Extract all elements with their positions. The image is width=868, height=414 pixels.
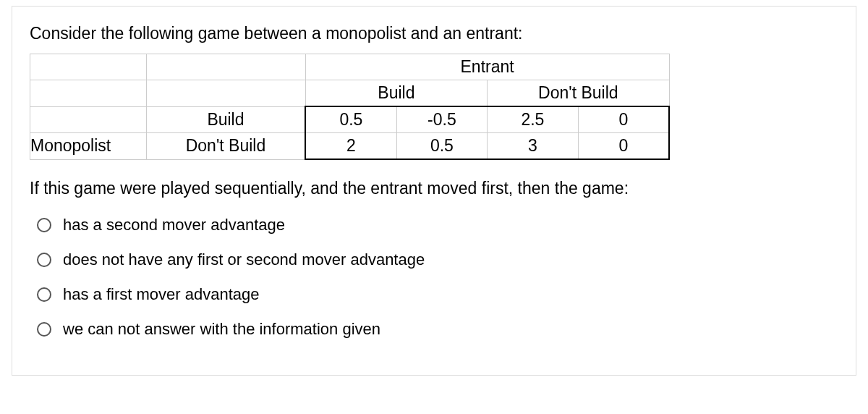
- option-1[interactable]: does not have any first or second mover …: [37, 250, 838, 269]
- payoff-cell: 3: [488, 133, 578, 160]
- radio-icon: [37, 322, 51, 337]
- radio-icon: [37, 287, 51, 302]
- payoff-cell: 0: [578, 106, 669, 133]
- option-label: has a second mover advantage: [63, 216, 285, 235]
- payoff-cell: 0.5: [396, 133, 487, 160]
- option-2[interactable]: has a first mover advantage: [37, 285, 838, 304]
- radio-icon: [37, 253, 51, 267]
- payoff-cell: 0.5: [305, 106, 396, 133]
- payoff-matrix: Entrant Build Don't Build Build 0.5 -0.5…: [30, 54, 670, 160]
- col-header-dont-build: Don't Build: [488, 80, 669, 107]
- option-label: does not have any first or second mover …: [63, 250, 425, 269]
- payoff-cell: 2: [305, 133, 396, 160]
- option-3[interactable]: we can not answer with the information g…: [37, 320, 838, 339]
- option-label: has a first mover advantage: [63, 285, 259, 304]
- payoff-cell: 2.5: [488, 106, 578, 133]
- question-text: If this game were played sequentially, a…: [30, 179, 838, 198]
- radio-icon: [37, 218, 51, 232]
- row-player-label: Monopolist: [30, 133, 147, 160]
- option-label: we can not answer with the information g…: [63, 320, 380, 339]
- payoff-cell: -0.5: [396, 106, 487, 133]
- payoff-cell: 0: [578, 133, 669, 160]
- col-player-label: Entrant: [305, 54, 669, 80]
- prompt-text: Consider the following game between a mo…: [30, 24, 838, 43]
- answer-options: has a second mover advantage does not ha…: [37, 216, 838, 339]
- row-header-dont-build: Don't Build: [146, 133, 305, 160]
- col-header-build: Build: [305, 80, 487, 107]
- row-header-build: Build: [146, 106, 305, 133]
- question-card: Consider the following game between a mo…: [12, 6, 856, 376]
- option-0[interactable]: has a second mover advantage: [37, 216, 838, 235]
